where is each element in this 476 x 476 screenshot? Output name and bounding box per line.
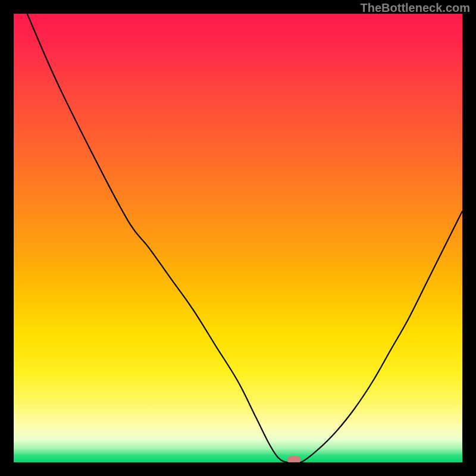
bottleneck-curve xyxy=(27,14,462,462)
curve-svg xyxy=(14,14,462,462)
plot-area xyxy=(14,14,462,462)
watermark-text: TheBottleneck.com xyxy=(361,1,470,15)
chart-container: TheBottleneck.com xyxy=(0,0,476,476)
optimum-marker xyxy=(287,456,300,462)
